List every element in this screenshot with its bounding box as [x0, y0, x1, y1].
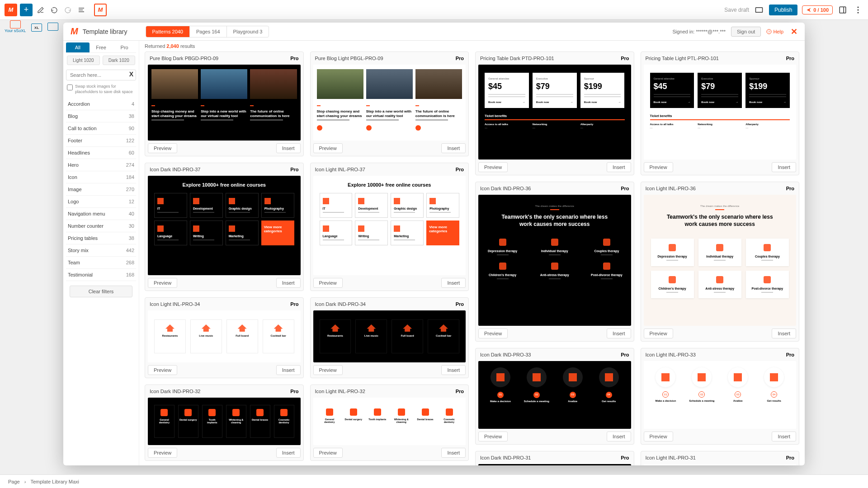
preview-button[interactable]: Preview: [644, 162, 673, 172]
cost-tab-free[interactable]: Free: [90, 42, 113, 52]
insert-button[interactable]: Insert: [276, 448, 301, 458]
category-item[interactable]: Team268: [66, 257, 136, 269]
redo-icon[interactable]: [62, 5, 73, 15]
category-item[interactable]: Headlines60: [66, 147, 136, 159]
theme-tab-dark[interactable]: Dark 1020: [103, 56, 136, 65]
insert-button[interactable]: Insert: [607, 432, 631, 441]
category-item[interactable]: Logo12: [66, 196, 136, 208]
preview-button[interactable]: Preview: [313, 143, 343, 153]
category-item[interactable]: Icon184: [66, 171, 136, 183]
preview-button[interactable]: Preview: [478, 162, 508, 172]
card-thumbnail: 01Make a decision 02Schedule a meeting 0…: [644, 361, 797, 429]
preview-button[interactable]: Preview: [313, 278, 343, 288]
content-type-tabs: Patterns 2040 Pages 164 Playground 3: [146, 26, 269, 38]
cost-tab-pro[interactable]: Pro: [113, 42, 136, 52]
search-clear-icon[interactable]: X: [129, 70, 133, 78]
preview-button[interactable]: Preview: [644, 328, 673, 338]
insert-button[interactable]: Insert: [772, 328, 796, 338]
app-logo[interactable]: M: [5, 4, 17, 16]
category-item[interactable]: Number counter30: [66, 220, 136, 232]
credits-pill[interactable]: 0 / 100: [802, 5, 833, 14]
preview-button[interactable]: Preview: [148, 365, 177, 375]
card-title: Pricing Table Light PTL-PRO-101: [646, 56, 719, 61]
insert-button[interactable]: Insert: [276, 365, 301, 375]
outline-icon[interactable]: [76, 5, 87, 15]
preview-button[interactable]: Preview: [148, 143, 177, 153]
category-item[interactable]: Call to action90: [66, 122, 136, 135]
category-item[interactable]: Navigation menu40: [66, 208, 136, 220]
more-icon[interactable]: [853, 5, 863, 15]
category-item[interactable]: Image270: [66, 183, 136, 196]
template-card: Icon Light INL-PRO-33Pro 01Make a decisi…: [641, 348, 800, 445]
template-card: Pricing Table Dark PTD-PRO-101Pro Genera…: [475, 52, 634, 175]
insert-button[interactable]: Insert: [772, 162, 796, 172]
breadcrumb-item[interactable]: Template Library Maxi: [30, 479, 79, 484]
card-title: Icon Dark IND-PRO-31: [480, 455, 531, 460]
card-title: Icon Dark IND-PRO-34: [315, 301, 366, 307]
insert-button[interactable]: Insert: [441, 448, 466, 458]
insert-button[interactable]: Insert: [441, 143, 466, 153]
tab-pages[interactable]: Pages 164: [190, 26, 227, 37]
template-card: Pure Blog Dark PBGD-PRO-09Pro Stop chasi…: [145, 52, 304, 156]
swap-images-checkbox[interactable]: Swap stock images for placeholders to sa…: [66, 82, 136, 98]
tab-patterns[interactable]: Patterns 2040: [146, 26, 190, 37]
preview-button[interactable]: Preview: [478, 328, 508, 338]
insert-button[interactable]: Insert: [276, 143, 301, 153]
insert-button[interactable]: Insert: [276, 278, 301, 288]
view-icon[interactable]: [754, 5, 764, 15]
results-count: Returned 2,040 results: [139, 41, 805, 52]
template-card: Icon Dark IND-PRO-32Pro General dentistr…: [145, 385, 304, 461]
category-item[interactable]: Footer122: [66, 135, 136, 147]
category-item[interactable]: Blog38: [66, 110, 136, 122]
results-area: Returned 2,040 results Pure Blog Dark PB…: [139, 41, 805, 465]
insert-button[interactable]: Insert: [772, 432, 796, 441]
publish-button[interactable]: Publish: [769, 5, 797, 15]
preview-button[interactable]: Preview: [148, 448, 177, 458]
category-item[interactable]: Accordion4: [66, 98, 136, 110]
save-draft-button[interactable]: Save draft: [724, 7, 749, 13]
preview-button[interactable]: Preview: [478, 432, 508, 441]
results-grid[interactable]: Pure Blog Dark PBGD-PRO-09Pro Stop chasi…: [139, 52, 805, 465]
theme-tab-light[interactable]: Light 1020: [67, 56, 100, 65]
preview-button[interactable]: Preview: [148, 278, 177, 288]
svg-rect-0: [756, 7, 763, 12]
undo-icon[interactable]: [49, 5, 60, 15]
preview-button[interactable]: Preview: [644, 432, 673, 441]
insert-button[interactable]: Insert: [607, 328, 631, 338]
card-title: Icon Light INL-PRO-32: [315, 389, 365, 394]
maxi-icon[interactable]: M: [94, 4, 107, 16]
template-library-modal: M Template library Patterns 2040 Pages 1…: [63, 23, 805, 465]
insert-button[interactable]: Insert: [441, 278, 466, 288]
card-title: Icon Light INL-PRO-34: [150, 301, 200, 307]
search-input[interactable]: [66, 70, 136, 80]
preview-button[interactable]: Preview: [313, 448, 343, 458]
card-thumbnail: General dentistry Dental surgery Tooth i…: [148, 398, 301, 445]
preview-button[interactable]: Preview: [313, 365, 343, 375]
card-thumbnail: [478, 464, 631, 465]
category-item[interactable]: Story mix442: [66, 244, 136, 257]
insert-button[interactable]: Insert: [441, 365, 466, 375]
template-card: Icon Light INL-PRO-32Pro General dentist…: [310, 385, 469, 461]
tab-playground[interactable]: Playground 3: [227, 26, 269, 37]
insert-button[interactable]: Insert: [607, 162, 631, 172]
breadcrumb-item[interactable]: Page: [8, 479, 20, 484]
category-item[interactable]: Testimonial168: [66, 269, 136, 281]
card-thumbnail: Restaurants Live music Full board Cockta…: [148, 310, 301, 362]
svg-point-5: [858, 12, 859, 13]
svg-point-3: [858, 6, 859, 8]
cost-tab-all[interactable]: All: [66, 42, 90, 52]
add-block-button[interactable]: +: [20, 4, 33, 16]
help-link[interactable]: ? Help: [766, 29, 783, 34]
category-list: Accordion4 Blog38 Call to action90 Foote…: [66, 98, 136, 281]
sidebar-toggle-icon[interactable]: [837, 5, 848, 15]
template-card: Icon Light INL-PRO-34Pro Restaurants Liv…: [145, 297, 304, 378]
close-icon[interactable]: ✕: [791, 27, 797, 37]
category-item[interactable]: Pricing tables38: [66, 232, 136, 244]
edit-icon[interactable]: [35, 5, 46, 15]
category-item[interactable]: Hero274: [66, 159, 136, 171]
sign-out-button[interactable]: Sign out: [731, 27, 761, 37]
card-thumbnail: Explore 10000+ free online courses IT De…: [148, 176, 301, 275]
template-card: Pricing Table Light PTL-PRO-101Pro Gener…: [641, 52, 800, 175]
template-card: Icon Dark IND-PRO-33Pro 01Make a decisio…: [475, 348, 634, 445]
clear-filters-button[interactable]: Clear filters: [70, 286, 133, 297]
